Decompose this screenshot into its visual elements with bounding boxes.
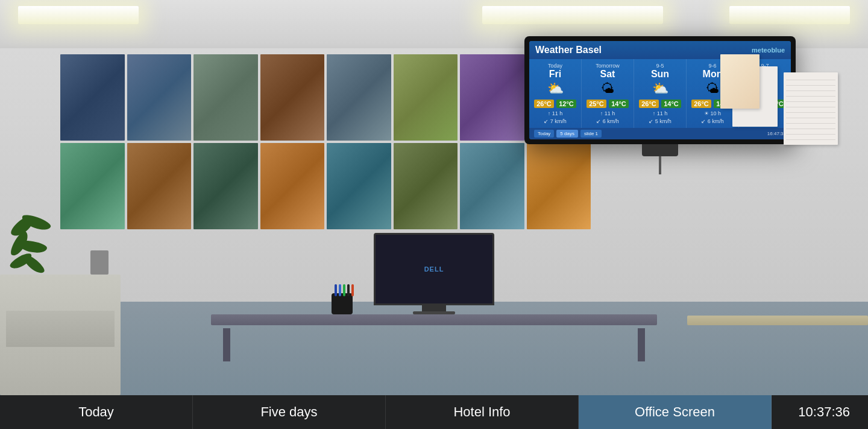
temp-high: 26°C xyxy=(534,100,554,108)
monitor-brand: DELL xyxy=(424,265,444,273)
ceiling-light-right xyxy=(729,6,850,24)
wind-speed: ↙ 5 km/h xyxy=(637,118,684,124)
tv-stand xyxy=(642,144,678,156)
desk-main: DELL xyxy=(211,301,657,361)
desk-surface xyxy=(211,314,657,325)
pen-2 xyxy=(339,284,341,296)
desk-right-surface xyxy=(687,316,868,325)
photo-1 xyxy=(60,54,125,141)
wind-speed: ↙ 7 km/h xyxy=(532,118,579,124)
monitor: DELL xyxy=(374,233,494,314)
bottom-nav: TodayFive daysHotel InfoOffice Screen10:… xyxy=(0,395,868,429)
sun-hours: ↑ 11 h xyxy=(532,110,579,116)
sun-hours: ☀ 10 h xyxy=(689,110,736,116)
tv-bracket xyxy=(659,156,661,174)
pen-4 xyxy=(347,284,350,296)
nav-item-five-days[interactable]: Five days xyxy=(193,395,386,429)
nav-clock: 10:37:36 xyxy=(772,404,868,420)
nav-item-hotel-info[interactable]: Hotel Info xyxy=(386,395,579,429)
weather-day-sat: Tomorrow Sat 🌤 25°C 14°C ↑ 11 h ↙ 6 km/h xyxy=(582,59,634,128)
pen-3 xyxy=(343,284,345,296)
paper-right xyxy=(784,72,838,145)
pen-holder-body xyxy=(332,293,353,314)
ceiling-light-center xyxy=(482,6,663,24)
photo-7 xyxy=(460,54,524,141)
desk-leg-right xyxy=(638,328,645,361)
weather-day-sun: 9-5 Sun ⛅ 26°C 14°C ↑ 11 h ↙ 5 km/h xyxy=(634,59,687,128)
ceiling-light-left xyxy=(18,6,139,24)
temp-low: 14°C xyxy=(661,100,681,108)
pen-5 xyxy=(351,284,354,296)
day-label: Today xyxy=(532,63,579,69)
desk-right xyxy=(687,253,868,361)
weather-icon: ⛅ xyxy=(532,82,579,95)
temp-low: 14°C xyxy=(609,100,629,108)
photo-3 xyxy=(193,54,258,141)
nav-item-office-screen[interactable]: Office Screen xyxy=(579,395,772,429)
day-name: Sun xyxy=(637,69,684,80)
wind-speed: ↙ 6 km/h xyxy=(689,118,736,124)
pen-holder xyxy=(332,287,353,314)
monitor-screen: DELL xyxy=(374,233,494,305)
sun-hours: ↑ 11 h xyxy=(584,110,631,116)
monitor-base xyxy=(413,311,455,314)
temp-high: 25°C xyxy=(587,100,606,108)
photo-2 xyxy=(127,54,192,141)
day-label: Tomorrow xyxy=(584,63,631,69)
wind-speed: ↙ 6 km/h xyxy=(584,118,631,124)
photo-5 xyxy=(327,54,391,141)
desk-leg-left xyxy=(223,328,230,361)
weather-title: Weather Basel xyxy=(535,45,602,56)
weather-day-fri: Today Fri ⛅ 26°C 12°C ↑ 11 h ↙ 7 km/h xyxy=(529,59,582,128)
weather-tab-today[interactable]: Today xyxy=(534,130,554,138)
poster-decorative xyxy=(720,54,760,109)
temp-low: 12°C xyxy=(556,100,576,108)
weather-icon: ⛅ xyxy=(637,82,684,95)
paper-lines xyxy=(786,75,835,142)
monitor-stand xyxy=(422,305,446,311)
desk-legs xyxy=(211,325,657,361)
weather-tab-5-days[interactable]: 5 days xyxy=(556,130,578,138)
weather-tab-slide-1[interactable]: slide 1 xyxy=(580,130,602,138)
day-name: Fri xyxy=(532,69,579,80)
weather-footer: Today5 daysslide 116:47:38 xyxy=(529,128,791,139)
nav-item-today[interactable]: Today xyxy=(0,395,193,429)
day-label: 9-5 xyxy=(637,63,684,69)
temp-high: 26°C xyxy=(691,100,711,108)
pen-1 xyxy=(335,284,337,296)
desk-area: DELL xyxy=(0,192,868,361)
meteoblue-logo: meteoblue xyxy=(752,46,785,54)
photo-4 xyxy=(260,54,325,141)
pens xyxy=(335,284,354,296)
sun-hours: ↑ 11 h xyxy=(637,110,684,116)
temp-high: 26°C xyxy=(639,100,659,108)
weather-icon: 🌤 xyxy=(584,82,631,95)
office-background: Weather Basel meteoblue Today Fri ⛅ 26°C… xyxy=(0,0,868,395)
day-name: Sat xyxy=(584,69,631,80)
photo-6 xyxy=(394,54,458,141)
